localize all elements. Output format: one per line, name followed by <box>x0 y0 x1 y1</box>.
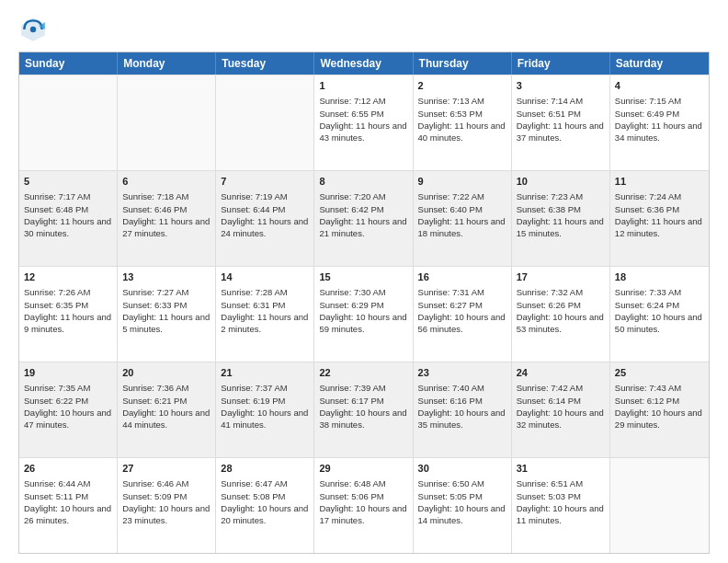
logo <box>18 15 51 44</box>
day-number: 9 <box>418 175 506 189</box>
calendar-cell: 21Sunrise: 7:37 AMSunset: 6:19 PMDayligh… <box>216 362 314 457</box>
calendar-cell <box>610 458 709 553</box>
day-number: 26 <box>24 462 112 476</box>
day-number: 30 <box>418 462 506 476</box>
day-number: 18 <box>615 270 704 284</box>
day-number: 4 <box>615 79 704 93</box>
calendar-cell: 19Sunrise: 7:35 AMSunset: 6:22 PMDayligh… <box>19 362 118 457</box>
calendar-cell: 9Sunrise: 7:22 AMSunset: 6:40 PMDaylight… <box>414 171 512 266</box>
day-number: 10 <box>517 175 605 189</box>
day-number: 1 <box>319 79 407 93</box>
day-info: Sunrise: 7:40 AMSunset: 6:16 PMDaylight:… <box>418 383 506 430</box>
day-info: Sunrise: 7:42 AMSunset: 6:14 PMDaylight:… <box>517 383 604 430</box>
svg-point-2 <box>30 27 36 32</box>
day-number: 17 <box>517 270 605 284</box>
day-info: Sunrise: 7:36 AMSunset: 6:21 PMDaylight:… <box>122 383 210 430</box>
day-number: 12 <box>24 270 112 284</box>
calendar-header-monday: Monday <box>118 52 216 75</box>
calendar-cell: 17Sunrise: 7:32 AMSunset: 6:26 PMDayligh… <box>512 267 610 362</box>
calendar-cell: 11Sunrise: 7:24 AMSunset: 6:36 PMDayligh… <box>610 171 709 266</box>
calendar-cell: 29Sunrise: 6:48 AMSunset: 5:06 PMDayligh… <box>314 458 413 553</box>
day-info: Sunrise: 7:20 AMSunset: 6:42 PMDaylight:… <box>319 191 406 238</box>
calendar-cell <box>19 75 118 170</box>
calendar-header-tuesday: Tuesday <box>216 52 314 75</box>
calendar-cell: 5Sunrise: 7:17 AMSunset: 6:48 PMDaylight… <box>19 171 118 266</box>
calendar-cell: 22Sunrise: 7:39 AMSunset: 6:17 PMDayligh… <box>314 362 413 457</box>
day-info: Sunrise: 7:43 AMSunset: 6:12 PMDaylight:… <box>615 383 702 430</box>
day-number: 6 <box>122 175 210 189</box>
calendar-row-4: 19Sunrise: 7:35 AMSunset: 6:22 PMDayligh… <box>19 362 709 457</box>
calendar-cell: 20Sunrise: 7:36 AMSunset: 6:21 PMDayligh… <box>118 362 216 457</box>
day-number: 13 <box>122 270 210 284</box>
day-number: 11 <box>615 175 704 189</box>
day-info: Sunrise: 6:51 AMSunset: 5:03 PMDaylight:… <box>517 478 604 525</box>
day-info: Sunrise: 7:27 AMSunset: 6:33 PMDaylight:… <box>122 287 210 334</box>
day-info: Sunrise: 6:46 AMSunset: 5:09 PMDaylight:… <box>122 478 210 525</box>
calendar-header-row: SundayMondayTuesdayWednesdayThursdayFrid… <box>19 52 709 75</box>
day-number: 31 <box>517 462 605 476</box>
day-info: Sunrise: 7:12 AMSunset: 6:55 PMDaylight:… <box>319 96 406 143</box>
day-info: Sunrise: 7:14 AMSunset: 6:51 PMDaylight:… <box>517 96 604 143</box>
day-info: Sunrise: 6:48 AMSunset: 5:06 PMDaylight:… <box>319 478 406 525</box>
calendar-cell: 31Sunrise: 6:51 AMSunset: 5:03 PMDayligh… <box>512 458 610 553</box>
day-number: 15 <box>319 270 407 284</box>
day-number: 5 <box>24 175 112 189</box>
day-info: Sunrise: 7:39 AMSunset: 6:17 PMDaylight:… <box>319 383 406 430</box>
calendar-header-sunday: Sunday <box>19 52 118 75</box>
calendar-cell: 14Sunrise: 7:28 AMSunset: 6:31 PMDayligh… <box>216 267 314 362</box>
calendar-cell: 16Sunrise: 7:31 AMSunset: 6:27 PMDayligh… <box>414 267 512 362</box>
day-number: 24 <box>517 366 605 380</box>
day-info: Sunrise: 7:15 AMSunset: 6:49 PMDaylight:… <box>615 96 702 143</box>
day-info: Sunrise: 7:22 AMSunset: 6:40 PMDaylight:… <box>418 191 506 238</box>
calendar-header-saturday: Saturday <box>610 52 709 75</box>
day-info: Sunrise: 7:13 AMSunset: 6:53 PMDaylight:… <box>418 96 506 143</box>
calendar-cell: 1Sunrise: 7:12 AMSunset: 6:55 PMDaylight… <box>314 75 413 170</box>
day-info: Sunrise: 7:31 AMSunset: 6:27 PMDaylight:… <box>418 287 506 334</box>
calendar: SundayMondayTuesdayWednesdayThursdayFrid… <box>18 52 710 554</box>
day-info: Sunrise: 7:30 AMSunset: 6:29 PMDaylight:… <box>319 287 406 334</box>
calendar-row-1: 1Sunrise: 7:12 AMSunset: 6:55 PMDaylight… <box>19 75 709 170</box>
day-number: 19 <box>24 366 112 380</box>
day-number: 21 <box>221 366 309 380</box>
day-number: 14 <box>221 270 309 284</box>
day-info: Sunrise: 7:18 AMSunset: 6:46 PMDaylight:… <box>122 191 210 238</box>
day-number: 16 <box>418 270 506 284</box>
calendar-row-3: 12Sunrise: 7:26 AMSunset: 6:35 PMDayligh… <box>19 266 709 362</box>
day-info: Sunrise: 7:23 AMSunset: 6:38 PMDaylight:… <box>517 191 604 238</box>
day-number: 27 <box>122 462 210 476</box>
day-number: 25 <box>615 366 704 380</box>
calendar-cell: 4Sunrise: 7:15 AMSunset: 6:49 PMDaylight… <box>610 75 709 170</box>
day-number: 8 <box>319 175 407 189</box>
day-number: 2 <box>418 79 506 93</box>
calendar-row-5: 26Sunrise: 6:44 AMSunset: 5:11 PMDayligh… <box>19 457 709 553</box>
day-info: Sunrise: 7:33 AMSunset: 6:24 PMDaylight:… <box>615 287 702 334</box>
calendar-cell: 3Sunrise: 7:14 AMSunset: 6:51 PMDaylight… <box>512 75 610 170</box>
calendar-row-2: 5Sunrise: 7:17 AMSunset: 6:48 PMDaylight… <box>19 170 709 266</box>
calendar-cell: 2Sunrise: 7:13 AMSunset: 6:53 PMDaylight… <box>414 75 512 170</box>
calendar-cell: 28Sunrise: 6:47 AMSunset: 5:08 PMDayligh… <box>216 458 314 553</box>
calendar-cell: 24Sunrise: 7:42 AMSunset: 6:14 PMDayligh… <box>512 362 610 457</box>
day-info: Sunrise: 6:47 AMSunset: 5:08 PMDaylight:… <box>221 478 308 525</box>
calendar-cell <box>216 75 314 170</box>
calendar-header-friday: Friday <box>512 52 610 75</box>
day-number: 23 <box>418 366 506 380</box>
calendar-cell: 27Sunrise: 6:46 AMSunset: 5:09 PMDayligh… <box>118 458 216 553</box>
calendar-cell: 6Sunrise: 7:18 AMSunset: 6:46 PMDaylight… <box>118 171 216 266</box>
day-info: Sunrise: 7:28 AMSunset: 6:31 PMDaylight:… <box>221 287 308 334</box>
calendar-cell: 15Sunrise: 7:30 AMSunset: 6:29 PMDayligh… <box>314 267 413 362</box>
calendar-cell: 10Sunrise: 7:23 AMSunset: 6:38 PMDayligh… <box>512 171 610 266</box>
calendar-cell: 13Sunrise: 7:27 AMSunset: 6:33 PMDayligh… <box>118 267 216 362</box>
calendar-header-wednesday: Wednesday <box>314 52 413 75</box>
calendar-cell: 7Sunrise: 7:19 AMSunset: 6:44 PMDaylight… <box>216 171 314 266</box>
calendar-body: 1Sunrise: 7:12 AMSunset: 6:55 PMDaylight… <box>19 75 709 553</box>
calendar-cell: 30Sunrise: 6:50 AMSunset: 5:05 PMDayligh… <box>414 458 512 553</box>
day-info: Sunrise: 7:37 AMSunset: 6:19 PMDaylight:… <box>221 383 308 430</box>
day-number: 7 <box>221 175 309 189</box>
day-info: Sunrise: 7:26 AMSunset: 6:35 PMDaylight:… <box>24 287 111 334</box>
day-number: 29 <box>319 462 407 476</box>
day-info: Sunrise: 7:17 AMSunset: 6:48 PMDaylight:… <box>24 191 111 238</box>
day-number: 20 <box>122 366 210 380</box>
calendar-cell: 8Sunrise: 7:20 AMSunset: 6:42 PMDaylight… <box>314 171 413 266</box>
day-info: Sunrise: 7:32 AMSunset: 6:26 PMDaylight:… <box>517 287 604 334</box>
day-info: Sunrise: 7:19 AMSunset: 6:44 PMDaylight:… <box>221 191 308 238</box>
